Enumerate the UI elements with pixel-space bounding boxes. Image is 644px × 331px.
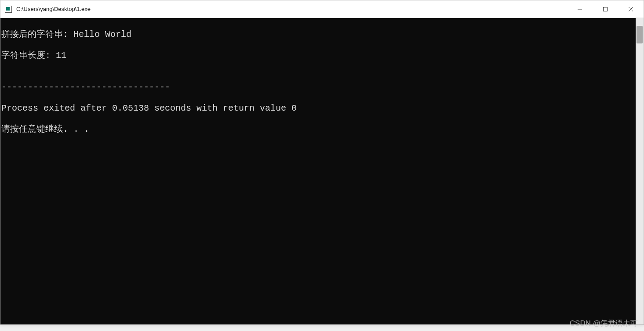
scrollbar-thumb[interactable] — [637, 26, 643, 43]
minimize-button[interactable] — [567, 0, 593, 18]
output-line: -------------------------------- — [1, 82, 635, 93]
app-window: C:\Users\yang\Desktop\1.exe 拼接后的字符串: Hel… — [0, 0, 644, 325]
maximize-button[interactable] — [593, 0, 618, 18]
window-title: C:\Users\yang\Desktop\1.exe — [16, 6, 567, 12]
console-area: 拼接后的字符串: Hello World 字符串长度: 11 ---------… — [0, 18, 644, 324]
title-bar[interactable]: C:\Users\yang\Desktop\1.exe — [0, 0, 644, 18]
output-line: Process exited after 0.05138 seconds wit… — [1, 103, 635, 114]
close-icon — [628, 7, 633, 12]
output-line: 字符串长度: 11 — [1, 50, 635, 61]
vertical-scrollbar[interactable] — [636, 18, 644, 324]
output-line: 请按任意键继续. . . — [1, 124, 635, 135]
app-icon — [5, 6, 12, 13]
output-line: 拼接后的字符串: Hello World — [1, 29, 635, 40]
maximize-icon — [603, 7, 608, 12]
window-controls — [567, 0, 644, 18]
console-output[interactable]: 拼接后的字符串: Hello World 字符串长度: 11 ---------… — [0, 18, 636, 324]
minimize-icon — [577, 7, 582, 12]
close-button[interactable] — [618, 0, 644, 18]
svg-rect-1 — [604, 7, 608, 11]
